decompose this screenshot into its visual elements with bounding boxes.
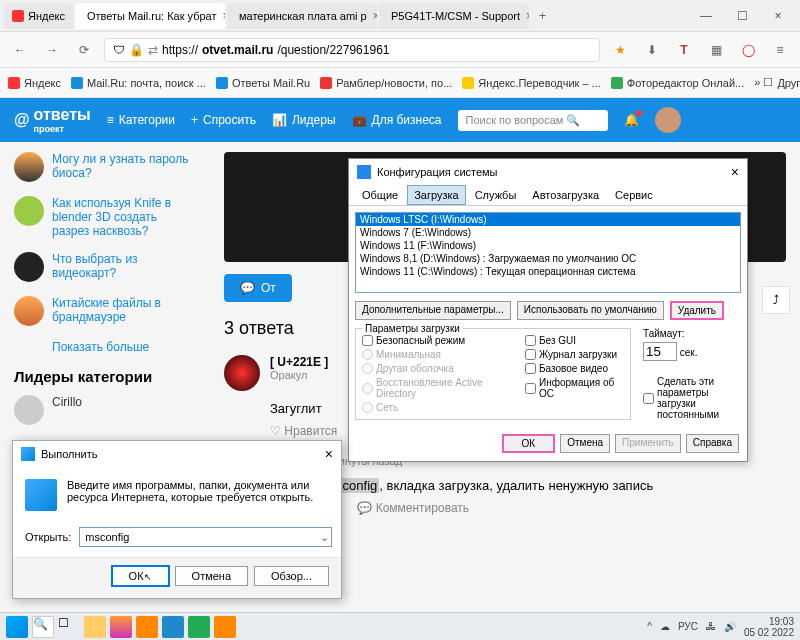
answer-button[interactable]: 💬 От [224, 274, 292, 302]
tray-time[interactable]: 19:03 [744, 616, 794, 627]
menu-button[interactable]: ≡ [768, 38, 792, 62]
firefox-icon[interactable] [110, 616, 132, 638]
excel-icon[interactable] [188, 616, 210, 638]
tab-boot[interactable]: Загрузка [407, 185, 465, 205]
word-icon[interactable] [162, 616, 184, 638]
start-button[interactable] [6, 616, 28, 638]
safe-mode-check[interactable]: Безопасный режим [362, 335, 513, 346]
tray-volume-icon[interactable]: 🔊 [724, 621, 736, 632]
aimp-icon[interactable] [136, 616, 158, 638]
list-icon: ≡ [107, 113, 114, 127]
boot-entry[interactable]: Windows 8,1 (D:\Windows) : Загружаемая п… [356, 252, 740, 265]
boot-list[interactable]: Windows LTSC (I:\Windows) Windows 7 (E:\… [355, 212, 741, 293]
bookmark-translate[interactable]: Яндекс.Переводчик – ... [462, 77, 600, 89]
close-icon[interactable]: × [373, 9, 377, 23]
related-question[interactable]: Могу ли я узнать пароль биоса? [14, 152, 196, 182]
maximize-button[interactable]: ☐ [724, 2, 760, 30]
tab-otvety[interactable]: Ответы Mail.ru: Как убрат× [75, 3, 225, 29]
ok-button[interactable]: ОК [502, 434, 556, 453]
comment-button[interactable]: 💬 Комментировать [357, 501, 469, 515]
tray-onedrive-icon[interactable]: ☁ [660, 621, 670, 632]
other-bookmarks[interactable]: » ☐ Другие закладки [754, 76, 800, 89]
show-more-link[interactable]: Показать больше [52, 340, 196, 354]
related-question[interactable]: Что выбрать из видеокарт? [14, 252, 196, 282]
share-button[interactable]: ⤴ [762, 286, 790, 314]
help-button[interactable]: Справка [686, 434, 739, 453]
delete-button[interactable]: Удалить [670, 301, 724, 320]
app-icon[interactable] [214, 616, 236, 638]
open-label: Открыть: [25, 531, 71, 543]
apply-button[interactable]: Применить [615, 434, 681, 453]
close-icon[interactable]: × [223, 9, 225, 23]
tray-lang[interactable]: РУС [678, 621, 698, 632]
tab-yandex[interactable]: Яндекс [4, 3, 73, 29]
download-icon[interactable]: ⬇ [640, 38, 664, 62]
bookmark-mailru[interactable]: Mail.Ru: почта, поиск ... [71, 77, 206, 89]
answer-role: Оракул [270, 369, 328, 381]
notifications-icon[interactable]: 🔔 [624, 113, 639, 127]
leader-item[interactable]: Cirillo [14, 395, 196, 425]
timeout-input[interactable] [643, 342, 677, 361]
site-logo[interactable]: @ответыпроект [14, 106, 91, 134]
bookmark-otvety[interactable]: Ответы Mail.Ru [216, 77, 310, 89]
categories-button[interactable]: ≡Категории [107, 113, 175, 127]
run-input[interactable] [79, 527, 332, 547]
forward-button[interactable]: → [40, 38, 64, 62]
related-question[interactable]: Китайские файлы в брандмауэре [14, 296, 196, 326]
boot-entry[interactable]: Windows 11 (F:\Windows) [356, 239, 740, 252]
bookmark-rambler[interactable]: Рамблер/новости, по... [320, 77, 452, 89]
taskview-icon[interactable]: ☐ [58, 616, 80, 638]
leaders-button[interactable]: 📊Лидеры [272, 113, 336, 127]
tab-tools[interactable]: Сервис [608, 185, 660, 205]
bootlog-check[interactable]: Журнал загрузки [525, 349, 624, 360]
user-avatar[interactable] [655, 107, 681, 133]
advanced-button[interactable]: Дополнительные параметры... [355, 301, 511, 320]
bookmark-photo[interactable]: Фоторедактор Онлай... [611, 77, 744, 89]
close-button[interactable]: × [325, 446, 333, 462]
tray-network-icon[interactable]: 🖧 [706, 621, 716, 632]
search-taskbar-icon[interactable]: 🔍 [32, 616, 54, 638]
basevideo-check[interactable]: Базовое видео [525, 363, 624, 374]
tab-services[interactable]: Службы [468, 185, 524, 205]
reload-button[interactable]: ⟳ [72, 38, 96, 62]
back-button[interactable]: ← [8, 38, 32, 62]
default-button[interactable]: Использовать по умолчанию [517, 301, 664, 320]
tab-general[interactable]: Общие [355, 185, 405, 205]
tray-date[interactable]: 05 02 2022 [744, 627, 794, 638]
browse-button[interactable]: Обзор... [254, 566, 329, 586]
explorer-icon[interactable] [84, 616, 106, 638]
url-input[interactable]: 🛡 🔒 ⇄ https://otvet.mail.ru/question/227… [104, 38, 600, 62]
persist-check[interactable]: Сделать эти параметры загрузки постоянны… [643, 376, 741, 420]
answer-avatar[interactable] [224, 355, 260, 391]
ext-opera-icon[interactable]: ◯ [736, 38, 760, 62]
osinfo-check[interactable]: Информация об ОС [525, 377, 624, 399]
close-icon[interactable]: × [526, 9, 529, 23]
tray-chevron-icon[interactable]: ^ [647, 621, 652, 632]
nogui-check[interactable]: Без GUI [525, 335, 624, 346]
cancel-button[interactable]: Отмена [560, 434, 610, 453]
ext-grid-icon[interactable]: ▦ [704, 38, 728, 62]
plus-icon: + [191, 113, 198, 127]
minimize-button[interactable]: — [688, 2, 724, 30]
related-question[interactable]: Как используя Knife в blender 3D создать… [14, 196, 196, 238]
cancel-button[interactable]: Отмена [175, 566, 248, 586]
boot-entry[interactable]: Windows 11 (C:\Windows) : Текущая операц… [356, 265, 740, 278]
tab-motherboard[interactable]: материнская плата ami p× [227, 3, 377, 29]
tab-asus[interactable]: P5G41T-M/CSM - Support× [379, 3, 529, 29]
ask-button[interactable]: +Спросить [191, 113, 256, 127]
new-tab-button[interactable]: + [531, 9, 554, 23]
business-button[interactable]: 💼Для бизнеса [352, 113, 442, 127]
tab-startup[interactable]: Автозагрузка [525, 185, 606, 205]
close-button[interactable]: × [731, 164, 739, 180]
like-button[interactable]: ♡ Нравится [270, 424, 337, 438]
dropdown-icon[interactable]: ⌄ [320, 531, 329, 544]
bookmark-star-icon[interactable]: ★ [608, 38, 632, 62]
ok-button[interactable]: ОК↖ [112, 566, 169, 586]
boot-entry[interactable]: Windows LTSC (I:\Windows) [356, 213, 740, 226]
boot-entry[interactable]: Windows 7 (E:\Windows) [356, 226, 740, 239]
answer-author[interactable]: [ U+221E ] [270, 355, 328, 369]
search-input[interactable]: Поиск по вопросам 🔍 [458, 110, 608, 131]
close-window-button[interactable]: × [760, 2, 796, 30]
bookmark-yandex[interactable]: Яндекс [8, 77, 61, 89]
ext-t-icon[interactable]: T [672, 38, 696, 62]
